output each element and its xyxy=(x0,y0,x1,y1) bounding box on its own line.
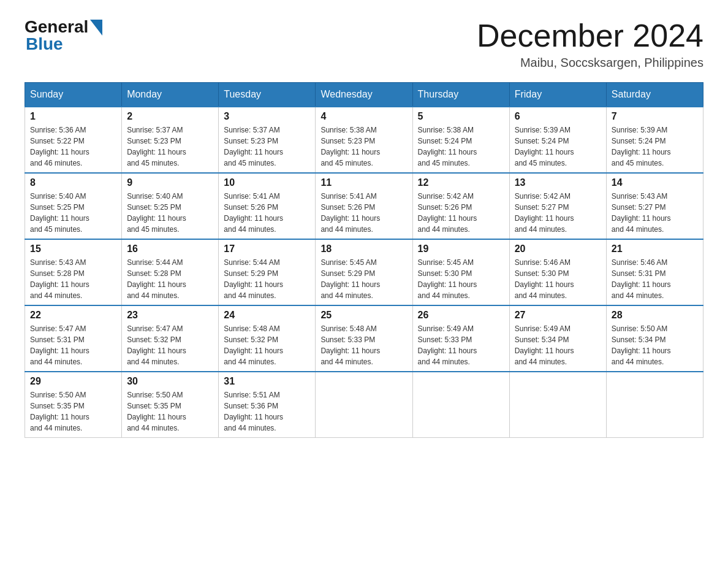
day-info: Sunrise: 5:39 AMSunset: 5:24 PMDaylight:… xyxy=(612,124,698,169)
day-info: Sunrise: 5:40 AMSunset: 5:25 PMDaylight:… xyxy=(30,191,116,235)
calendar-cell: 11Sunrise: 5:41 AMSunset: 5:26 PMDayligh… xyxy=(316,173,412,239)
calendar-week-row-4: 22Sunrise: 5:47 AMSunset: 5:31 PMDayligh… xyxy=(25,305,703,372)
day-number: 27 xyxy=(515,310,601,321)
day-number: 10 xyxy=(224,177,310,188)
day-number: 15 xyxy=(30,243,116,255)
day-number: 28 xyxy=(612,310,698,321)
svg-marker-0 xyxy=(90,20,102,36)
calendar-cell: 17Sunrise: 5:44 AMSunset: 5:29 PMDayligh… xyxy=(219,239,316,305)
calendar-table: SundayMondayTuesdayWednesdayThursdayFrid… xyxy=(25,82,703,438)
calendar-cell: 7Sunrise: 5:39 AMSunset: 5:24 PMDaylight… xyxy=(606,107,703,173)
day-info: Sunrise: 5:44 AMSunset: 5:29 PMDaylight:… xyxy=(224,257,310,301)
day-info: Sunrise: 5:39 AMSunset: 5:24 PMDaylight:… xyxy=(515,124,601,169)
day-number: 30 xyxy=(127,376,213,387)
calendar-header-row: SundayMondayTuesdayWednesdayThursdayFrid… xyxy=(25,83,703,107)
day-info: Sunrise: 5:38 AMSunset: 5:23 PMDaylight:… xyxy=(320,124,407,169)
day-info: Sunrise: 5:37 AMSunset: 5:23 PMDaylight:… xyxy=(127,124,213,169)
day-number: 5 xyxy=(418,111,504,122)
calendar-cell: 30Sunrise: 5:50 AMSunset: 5:35 PMDayligh… xyxy=(122,372,219,438)
calendar-cell: 18Sunrise: 5:45 AMSunset: 5:29 PMDayligh… xyxy=(316,239,412,305)
logo-text-blue: Blue xyxy=(26,36,102,53)
day-number: 6 xyxy=(515,111,601,122)
title-section: December 2024 Maibu, Soccsksargen, Phili… xyxy=(477,18,703,70)
day-info: Sunrise: 5:50 AMSunset: 5:35 PMDaylight:… xyxy=(127,389,213,434)
calendar-cell: 3Sunrise: 5:37 AMSunset: 5:23 PMDaylight… xyxy=(219,107,316,173)
calendar-cell: 14Sunrise: 5:43 AMSunset: 5:27 PMDayligh… xyxy=(606,173,703,239)
calendar-cell: 19Sunrise: 5:45 AMSunset: 5:30 PMDayligh… xyxy=(412,239,509,305)
calendar-cell: 21Sunrise: 5:46 AMSunset: 5:31 PMDayligh… xyxy=(606,239,703,305)
calendar-cell: 28Sunrise: 5:50 AMSunset: 5:34 PMDayligh… xyxy=(606,305,703,372)
day-info: Sunrise: 5:42 AMSunset: 5:27 PMDaylight:… xyxy=(515,191,601,235)
calendar-cell: 12Sunrise: 5:42 AMSunset: 5:26 PMDayligh… xyxy=(412,173,509,239)
calendar-cell: 24Sunrise: 5:48 AMSunset: 5:32 PMDayligh… xyxy=(219,305,316,372)
day-info: Sunrise: 5:40 AMSunset: 5:25 PMDaylight:… xyxy=(127,191,213,235)
calendar-cell: 16Sunrise: 5:44 AMSunset: 5:28 PMDayligh… xyxy=(122,239,219,305)
day-info: Sunrise: 5:41 AMSunset: 5:26 PMDaylight:… xyxy=(224,191,310,235)
day-info: Sunrise: 5:41 AMSunset: 5:26 PMDaylight:… xyxy=(320,191,407,235)
day-number: 1 xyxy=(30,111,116,122)
page-header: General Blue December 2024 Maibu, Soccsk… xyxy=(25,18,703,70)
day-info: Sunrise: 5:49 AMSunset: 5:34 PMDaylight:… xyxy=(515,323,601,367)
calendar-header-thursday: Thursday xyxy=(412,83,509,107)
calendar-cell: 10Sunrise: 5:41 AMSunset: 5:26 PMDayligh… xyxy=(219,173,316,239)
calendar-cell: 4Sunrise: 5:38 AMSunset: 5:23 PMDaylight… xyxy=(316,107,412,173)
day-number: 13 xyxy=(515,177,601,188)
day-number: 2 xyxy=(127,111,213,122)
calendar-week-row-3: 15Sunrise: 5:43 AMSunset: 5:28 PMDayligh… xyxy=(25,239,703,305)
calendar-cell: 1Sunrise: 5:36 AMSunset: 5:22 PMDaylight… xyxy=(25,107,122,173)
calendar-cell: 6Sunrise: 5:39 AMSunset: 5:24 PMDaylight… xyxy=(509,107,606,173)
day-info: Sunrise: 5:45 AMSunset: 5:29 PMDaylight:… xyxy=(320,257,407,301)
day-info: Sunrise: 5:46 AMSunset: 5:30 PMDaylight:… xyxy=(515,257,601,301)
day-number: 21 xyxy=(612,243,698,255)
day-number: 3 xyxy=(224,111,310,122)
day-number: 16 xyxy=(127,243,213,255)
calendar-header-saturday: Saturday xyxy=(606,83,703,107)
calendar-week-row-2: 8Sunrise: 5:40 AMSunset: 5:25 PMDaylight… xyxy=(25,173,703,239)
calendar-cell: 29Sunrise: 5:50 AMSunset: 5:35 PMDayligh… xyxy=(25,372,122,438)
day-info: Sunrise: 5:50 AMSunset: 5:34 PMDaylight:… xyxy=(612,323,698,367)
day-number: 18 xyxy=(320,243,407,255)
page-subtitle: Maibu, Soccsksargen, Philippines xyxy=(477,56,703,70)
day-number: 29 xyxy=(30,376,116,387)
calendar-cell xyxy=(606,372,703,438)
calendar-header-wednesday: Wednesday xyxy=(316,83,412,107)
day-number: 17 xyxy=(224,243,310,255)
day-number: 4 xyxy=(320,111,407,122)
calendar-cell xyxy=(412,372,509,438)
day-number: 12 xyxy=(418,177,504,188)
day-number: 25 xyxy=(320,310,407,321)
calendar-cell: 9Sunrise: 5:40 AMSunset: 5:25 PMDaylight… xyxy=(122,173,219,239)
day-info: Sunrise: 5:36 AMSunset: 5:22 PMDaylight:… xyxy=(30,124,116,169)
day-info: Sunrise: 5:46 AMSunset: 5:31 PMDaylight:… xyxy=(612,257,698,301)
day-info: Sunrise: 5:48 AMSunset: 5:32 PMDaylight:… xyxy=(224,323,310,367)
day-info: Sunrise: 5:47 AMSunset: 5:32 PMDaylight:… xyxy=(127,323,213,367)
day-info: Sunrise: 5:42 AMSunset: 5:26 PMDaylight:… xyxy=(418,191,504,235)
calendar-cell: 26Sunrise: 5:49 AMSunset: 5:33 PMDayligh… xyxy=(412,305,509,372)
day-info: Sunrise: 5:43 AMSunset: 5:28 PMDaylight:… xyxy=(30,257,116,301)
day-number: 19 xyxy=(418,243,504,255)
page-title: December 2024 xyxy=(477,18,703,53)
day-number: 24 xyxy=(224,310,310,321)
logo-arrow-icon xyxy=(90,20,102,36)
day-number: 20 xyxy=(515,243,601,255)
day-number: 23 xyxy=(127,310,213,321)
day-info: Sunrise: 5:38 AMSunset: 5:24 PMDaylight:… xyxy=(418,124,504,169)
day-number: 14 xyxy=(612,177,698,188)
logo: General Blue xyxy=(25,18,102,53)
day-number: 9 xyxy=(127,177,213,188)
day-info: Sunrise: 5:47 AMSunset: 5:31 PMDaylight:… xyxy=(30,323,116,367)
calendar-header-tuesday: Tuesday xyxy=(219,83,316,107)
calendar-header-sunday: Sunday xyxy=(25,83,122,107)
calendar-cell: 2Sunrise: 5:37 AMSunset: 5:23 PMDaylight… xyxy=(122,107,219,173)
calendar-cell: 22Sunrise: 5:47 AMSunset: 5:31 PMDayligh… xyxy=(25,305,122,372)
day-number: 26 xyxy=(418,310,504,321)
calendar-week-row-1: 1Sunrise: 5:36 AMSunset: 5:22 PMDaylight… xyxy=(25,107,703,173)
calendar-cell xyxy=(509,372,606,438)
calendar-week-row-5: 29Sunrise: 5:50 AMSunset: 5:35 PMDayligh… xyxy=(25,372,703,438)
calendar-cell: 15Sunrise: 5:43 AMSunset: 5:28 PMDayligh… xyxy=(25,239,122,305)
logo-text-general: General xyxy=(25,18,88,36)
day-info: Sunrise: 5:49 AMSunset: 5:33 PMDaylight:… xyxy=(418,323,504,367)
day-info: Sunrise: 5:50 AMSunset: 5:35 PMDaylight:… xyxy=(30,389,116,434)
day-number: 22 xyxy=(30,310,116,321)
day-number: 8 xyxy=(30,177,116,188)
